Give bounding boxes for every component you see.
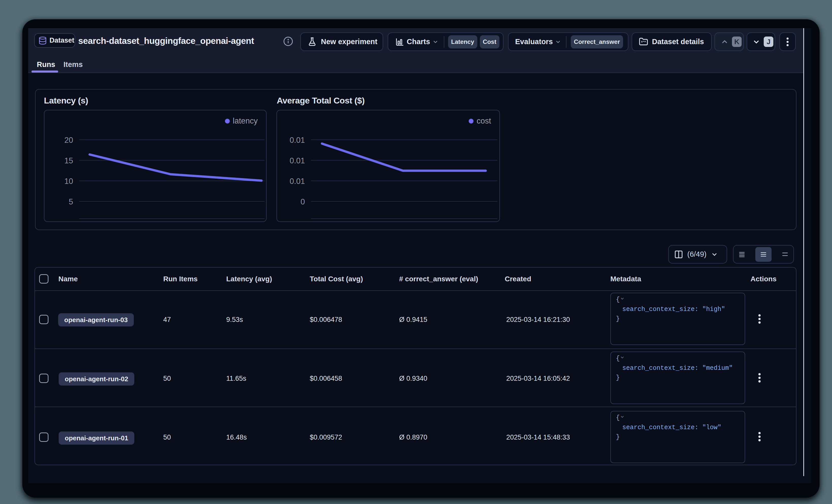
- svg-text:10: 10: [64, 177, 73, 186]
- svg-text:0.01: 0.01: [290, 156, 305, 165]
- svg-text:0: 0: [301, 197, 305, 206]
- svg-text:0.01: 0.01: [290, 136, 305, 145]
- svg-text:15: 15: [64, 156, 73, 165]
- svg-text:0.01: 0.01: [290, 177, 305, 186]
- svg-text:20: 20: [64, 136, 73, 145]
- svg-text:5: 5: [69, 197, 73, 206]
